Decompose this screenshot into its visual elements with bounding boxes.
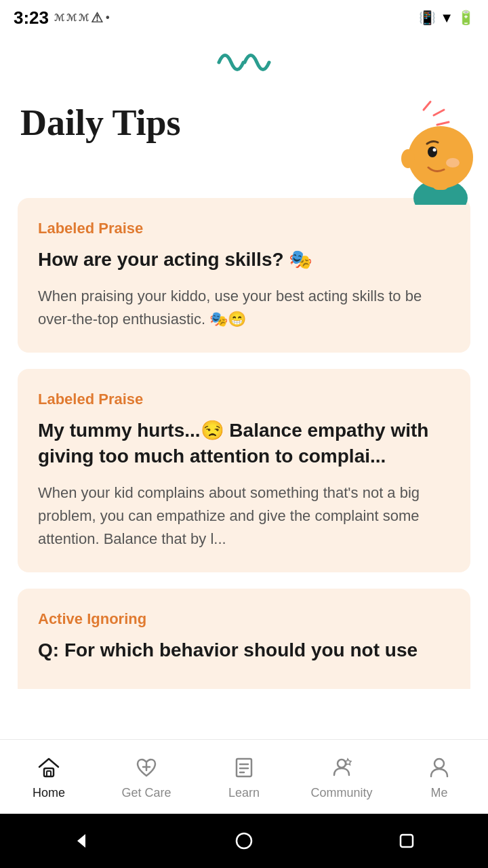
nav-item-get-care[interactable]: Get Care — [98, 740, 195, 814]
svg-line-1 — [434, 110, 444, 115]
status-bar: 3:23 ℳ ℳ ℳ ⚠ • 📳 ▼ 🔋 — [0, 0, 488, 35]
card-3-category: Active Ignoring — [38, 610, 450, 628]
main-content: Daily Tips — [0, 90, 488, 739]
hero-illustration — [359, 96, 481, 205]
home-button[interactable] — [227, 824, 261, 858]
card-1-title: How are your acting skills? 🎭 — [38, 247, 450, 273]
nav-item-community[interactable]: Community — [293, 740, 390, 814]
app-logo — [214, 47, 274, 77]
svg-point-9 — [446, 158, 460, 167]
person-icon — [425, 753, 453, 782]
heart-icon — [132, 753, 161, 782]
community-icon — [327, 753, 356, 782]
bottom-nav: Home Get Care Learn — [0, 739, 488, 814]
logo-area — [0, 35, 488, 90]
book-icon — [230, 753, 258, 782]
svg-point-6 — [401, 149, 415, 168]
android-nav-bar — [0, 814, 488, 868]
nav-label-me: Me — [430, 786, 447, 800]
svg-marker-20 — [77, 834, 85, 848]
battery-icon: 🔋 — [458, 9, 474, 26]
recents-button[interactable] — [390, 824, 424, 858]
nav-item-me[interactable]: Me — [390, 740, 488, 814]
nav-label-learn: Learn — [228, 786, 260, 800]
svg-point-21 — [237, 833, 251, 848]
svg-line-0 — [424, 102, 430, 110]
time-display: 3:23 — [14, 7, 49, 28]
status-right-icons: 📳 ▼ 🔋 — [419, 9, 474, 26]
tip-card-2[interactable]: Labeled Praise My tummy hurts...😒 Balanc… — [18, 369, 470, 572]
svg-rect-22 — [401, 835, 413, 847]
vibrate-icon: 📳 — [419, 9, 436, 26]
card-1-body: When praising your kiddo, use your best … — [38, 285, 450, 331]
home-icon — [35, 753, 63, 782]
nav-label-community: Community — [310, 786, 372, 800]
svg-point-19 — [434, 759, 444, 768]
svg-point-7 — [428, 146, 437, 157]
page-title: Daily Tips — [20, 103, 305, 143]
svg-point-18 — [338, 760, 346, 768]
wifi-icon: ▼ — [440, 10, 453, 26]
card-3-title: Q: For which behavior should you not use — [38, 637, 450, 663]
tip-card-3-partial[interactable]: Active Ignoring Q: For which behavior sh… — [18, 589, 470, 689]
card-1-category: Labeled Praise — [38, 220, 450, 237]
nav-label-get-care: Get Care — [121, 786, 171, 800]
warning-icon: ⚠ — [91, 9, 103, 26]
maven-icon-2: ℳ — [66, 12, 76, 23]
card-2-category: Labeled Praise — [38, 391, 450, 408]
maven-icon-1: ℳ — [54, 12, 64, 23]
maven-icon-3: ℳ — [79, 12, 88, 23]
nav-label-home: Home — [33, 786, 65, 800]
dot-indicator: • — [106, 12, 110, 24]
svg-point-5 — [408, 126, 473, 189]
nav-item-learn[interactable]: Learn — [195, 740, 293, 814]
nav-item-home[interactable]: Home — [0, 740, 98, 814]
svg-line-2 — [437, 122, 449, 125]
svg-point-8 — [433, 149, 436, 152]
back-button[interactable] — [64, 824, 98, 858]
header-section: Daily Tips — [0, 90, 488, 198]
cards-container: Labeled Praise How are your acting skill… — [0, 198, 488, 572]
tip-card-1[interactable]: Labeled Praise How are your acting skill… — [18, 198, 470, 353]
svg-rect-10 — [44, 768, 54, 776]
card-2-body: When your kid complains about something … — [38, 481, 450, 551]
card-2-title: My tummy hurts...😒 Balance empathy with … — [38, 418, 450, 469]
